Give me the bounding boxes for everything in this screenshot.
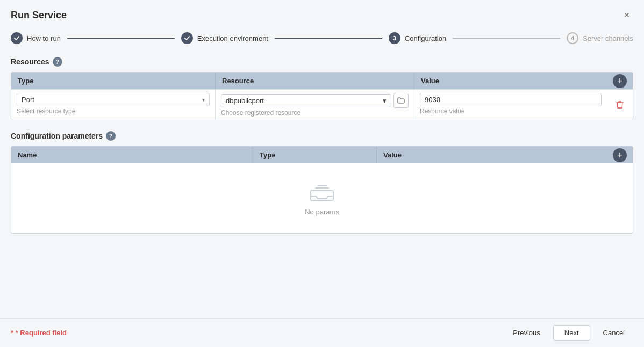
ph-value-header: Value bbox=[377, 147, 607, 163]
resource-row-1: Port ▾ Select resource type dbpublicport… bbox=[11, 89, 633, 120]
delete-resource-button[interactable] bbox=[616, 100, 624, 109]
step-how-to-run: How to run bbox=[11, 32, 61, 44]
step-4-icon: 4 bbox=[567, 32, 578, 44]
add-resource-button[interactable]: + bbox=[613, 74, 627, 88]
col-type-header: Type bbox=[11, 73, 216, 89]
resource-type-cell: Port ▾ Select resource type bbox=[11, 90, 216, 120]
resources-title: Resources bbox=[11, 57, 49, 66]
connector-1 bbox=[67, 38, 175, 39]
resource-chevron-icon: ▾ bbox=[383, 97, 387, 105]
config-params-section-header: Configuration parameters ? bbox=[11, 131, 633, 141]
resource-select[interactable]: dbpublicport ▾ bbox=[221, 94, 391, 107]
ph-type-header: Type bbox=[253, 147, 377, 163]
dialog-header: Run Service × bbox=[0, 0, 644, 27]
dialog-footer: * * Required field Previous Next Cancel bbox=[0, 318, 644, 347]
col-resource-header: Resource bbox=[216, 73, 414, 89]
step-2-icon bbox=[181, 32, 193, 44]
resource-resource-cell: dbpublicport ▾ Choose registered resourc… bbox=[216, 90, 414, 120]
required-note: * * Required field bbox=[11, 329, 67, 337]
params-empty-state: No params bbox=[11, 163, 633, 233]
resources-help-icon[interactable]: ? bbox=[53, 57, 62, 67]
resource-delete-cell bbox=[607, 90, 633, 120]
ph-name-header: Name bbox=[11, 147, 253, 163]
col-value-header: Value bbox=[414, 73, 607, 89]
resources-add-action: + bbox=[607, 74, 633, 88]
run-service-dialog: Run Service × How to run Execution envir… bbox=[0, 0, 644, 347]
resources-table: Type Resource Value + Port ▾ bbox=[11, 72, 633, 120]
previous-button[interactable]: Previous bbox=[504, 326, 549, 340]
config-params-help-icon[interactable]: ? bbox=[106, 131, 116, 141]
config-params-title: Configuration parameters bbox=[11, 132, 103, 140]
resource-type-select[interactable]: Port ▾ bbox=[17, 93, 210, 106]
step-server-channels: 4 Server channels bbox=[567, 32, 633, 44]
dialog-title: Run Service bbox=[11, 10, 67, 21]
trash-icon bbox=[616, 100, 624, 109]
folder-icon bbox=[397, 97, 405, 104]
empty-tray-icon bbox=[309, 181, 335, 203]
step-1-label: How to run bbox=[27, 34, 61, 42]
cancel-button[interactable]: Cancel bbox=[595, 326, 633, 340]
resources-section-header: Resources ? bbox=[11, 57, 633, 67]
close-button[interactable]: × bbox=[620, 9, 633, 21]
step-4-label: Server channels bbox=[583, 34, 633, 42]
step-1-icon bbox=[11, 32, 23, 44]
type-placeholder: Select resource type bbox=[17, 107, 210, 115]
step-configuration: 3 Configuration bbox=[389, 32, 446, 44]
resources-table-header: Type Resource Value + bbox=[11, 73, 633, 89]
params-table: Name Type Value + No params bbox=[11, 146, 633, 234]
connector-2 bbox=[275, 38, 382, 39]
step-3-icon: 3 bbox=[389, 32, 400, 44]
params-add-action: + bbox=[607, 148, 633, 162]
resource-folder-button[interactable] bbox=[393, 93, 409, 108]
params-table-header: Name Type Value + bbox=[11, 147, 633, 163]
stepper: How to run Execution environment 3 Confi… bbox=[0, 27, 644, 53]
connector-3 bbox=[453, 38, 560, 39]
step-2-label: Execution environment bbox=[197, 34, 268, 42]
dialog-content: Resources ? Type Resource Value + bbox=[0, 53, 644, 318]
type-chevron-icon: ▾ bbox=[202, 97, 205, 103]
resource-value-input[interactable] bbox=[420, 93, 602, 106]
add-param-button[interactable]: + bbox=[613, 148, 627, 162]
resource-placeholder: Choose registered resource bbox=[221, 109, 409, 117]
step-3-label: Configuration bbox=[405, 34, 446, 42]
footer-buttons: Previous Next Cancel bbox=[504, 325, 633, 341]
value-placeholder: Resource value bbox=[420, 107, 602, 115]
resource-value-cell: Resource value bbox=[414, 90, 607, 120]
step-execution-env: Execution environment bbox=[181, 32, 268, 44]
next-button[interactable]: Next bbox=[553, 325, 590, 341]
resource-select-row: dbpublicport ▾ bbox=[221, 93, 409, 108]
no-params-label: No params bbox=[305, 208, 339, 216]
